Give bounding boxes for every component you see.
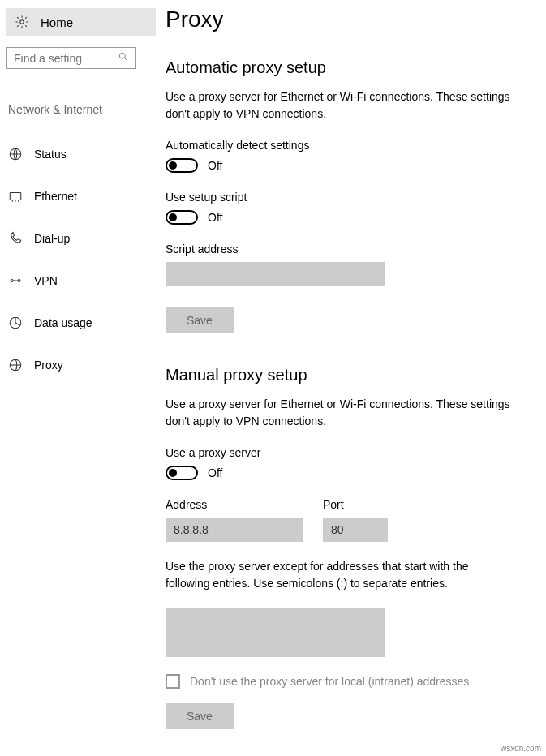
ethernet-icon [8,189,23,204]
vpn-icon [8,273,23,288]
home-button[interactable]: Home [6,8,156,36]
sidebar-item-dialup[interactable]: Dial-up [6,221,156,256]
script-state: Off [208,211,222,224]
auto-description: Use a proxy server for Ethernet or Wi-Fi… [166,88,514,122]
proxy-icon [8,358,23,372]
auto-save-button[interactable]: Save [166,307,234,333]
sidebar-item-label: Ethernet [34,190,77,203]
svg-point-0 [20,20,24,24]
sidebar-item-label: Proxy [34,359,63,372]
use-proxy-toggle[interactable] [166,466,198,480]
use-proxy-state: Off [208,466,222,479]
sidebar-item-status[interactable]: Status [6,137,156,171]
sidebar-item-label: Data usage [34,316,92,329]
sidebar-item-label: Status [34,148,67,161]
svg-point-1 [119,53,125,58]
script-address-label: Script address [166,243,538,256]
globe-icon [8,147,23,161]
svg-point-8 [11,280,13,282]
script-address-input[interactable] [166,262,385,286]
search-input[interactable] [14,52,111,65]
phone-icon [8,231,23,246]
data-usage-icon [8,316,23,330]
bypass-local-checkbox[interactable] [166,674,180,689]
sidebar-item-label: Dial-up [34,232,70,245]
auto-heading: Automatic proxy setup [166,58,538,77]
search-icon [118,51,129,65]
manual-save-button[interactable]: Save [166,703,234,729]
use-proxy-label: Use a proxy server [166,446,538,459]
sidebar-item-label: VPN [34,274,58,287]
sidebar-item-vpn[interactable]: VPN [6,264,156,298]
watermark: wsxdn.com [501,744,541,745]
script-label: Use setup script [166,191,538,204]
search-box[interactable] [6,47,136,69]
except-input[interactable] [166,608,385,657]
auto-detect-state: Off [208,159,222,172]
svg-point-9 [18,280,20,282]
sidebar-item-proxy[interactable]: Proxy [6,348,156,382]
nav-list: Status Ethernet Dial-up VPN Data usage P… [6,137,156,382]
except-text: Use the proxy server except for addresse… [166,558,514,592]
manual-heading: Manual proxy setup [166,366,538,384]
bypass-local-label: Don't use the proxy server for local (in… [190,675,469,688]
address-input[interactable] [166,518,303,542]
sidebar-item-ethernet[interactable]: Ethernet [6,179,156,213]
script-toggle[interactable] [166,210,198,225]
gear-icon [15,15,29,29]
auto-detect-toggle[interactable] [166,158,198,173]
sidebar: Home Network & Internet Status Ethernet … [0,0,162,745]
home-label: Home [41,15,73,29]
auto-detect-label: Automatically detect settings [166,139,538,152]
port-input[interactable] [323,518,388,542]
svg-rect-4 [10,193,21,200]
port-label: Port [323,498,388,511]
manual-description: Use a proxy server for Ethernet or Wi-Fi… [166,396,514,430]
page-title: Proxy [166,6,538,32]
address-label: Address [166,498,303,511]
sidebar-item-datausage[interactable]: Data usage [6,306,156,340]
main-content: Proxy Automatic proxy setup Use a proxy … [162,0,546,745]
section-label: Network & Internet [6,103,156,116]
svg-line-2 [125,58,127,61]
